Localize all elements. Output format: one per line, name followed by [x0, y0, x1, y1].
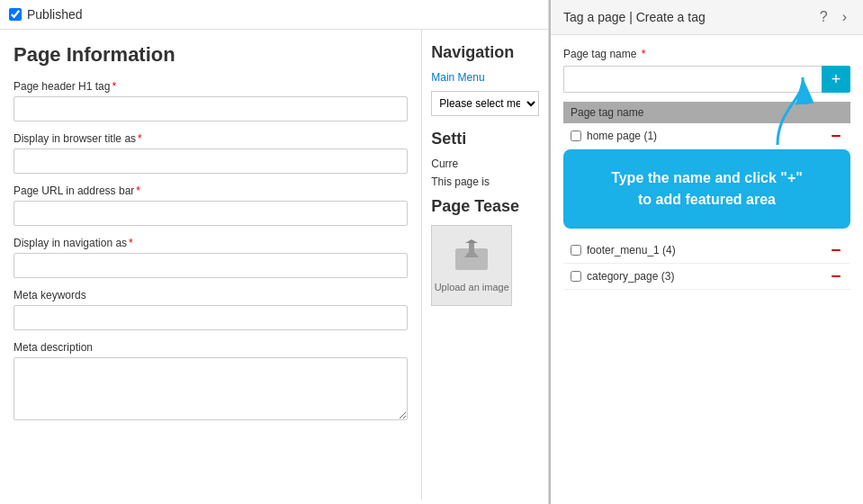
- tag-panel-body: Page tag name * + Page tag name home pag…: [551, 35, 863, 302]
- tag-delete-1[interactable]: [829, 243, 843, 257]
- input-meta-keywords[interactable]: [13, 305, 408, 330]
- page-info-section: Page Information Page header H1 tag* Dis…: [0, 30, 422, 500]
- navigation-title: Navigation: [431, 43, 539, 62]
- field-display-nav: Display in navigation as*: [13, 237, 408, 278]
- tag-close-button[interactable]: ›: [839, 9, 850, 25]
- callout-box: Type the name and click "+"to add featur…: [563, 149, 850, 229]
- callout-text: Type the name and click "+"to add featur…: [611, 170, 803, 207]
- input-meta-desc[interactable]: [13, 357, 408, 420]
- label-h1: Page header H1 tag*: [13, 80, 408, 93]
- tag-panel-title: Tag a page | Create a tag: [563, 10, 706, 24]
- left-panel: Published Page Information Page header H…: [0, 0, 549, 504]
- tag-label-1: footer_menu_1 (4): [587, 244, 823, 256]
- tag-panel-header: Tag a page | Create a tag ? ›: [551, 0, 863, 35]
- label-meta-desc: Meta description: [13, 341, 408, 354]
- settings-title: Setti: [431, 130, 539, 148]
- navigation-select[interactable]: Please select me...: [431, 91, 539, 116]
- published-checkbox[interactable]: [9, 8, 22, 21]
- tag-delete-0[interactable]: [829, 129, 843, 143]
- published-label: Published: [27, 7, 83, 22]
- input-browser-title[interactable]: [13, 148, 408, 174]
- tag-panel-controls: ? ›: [816, 9, 850, 25]
- tag-label-2: category_page (3): [587, 270, 823, 283]
- upload-text: Upload an image: [435, 282, 509, 292]
- field-browser-title: Display in browser title as*: [13, 132, 408, 174]
- field-meta-desc: Meta description: [13, 341, 408, 423]
- page-info-title: Page Information: [13, 43, 408, 67]
- label-page-url: Page URL in address bar*: [13, 184, 408, 197]
- tag-delete-2[interactable]: [829, 269, 843, 284]
- page-teaser-title: Page Tease: [431, 197, 539, 216]
- main-menu-link[interactable]: Main Menu: [431, 71, 539, 84]
- svg-rect-2: [469, 243, 474, 257]
- tag-add-button[interactable]: +: [822, 66, 850, 93]
- upload-icon: [454, 239, 490, 278]
- input-display-nav[interactable]: [13, 253, 408, 278]
- current-row: Curre: [431, 158, 539, 170]
- right-side-panel: Navigation Main Menu Please select me...…: [422, 30, 548, 500]
- published-bar: Published: [0, 0, 548, 30]
- callout-arrow-svg: [706, 73, 814, 154]
- svg-rect-7: [832, 275, 841, 277]
- input-page-url[interactable]: [13, 201, 408, 226]
- svg-rect-4: [832, 135, 841, 137]
- thispage-row: This page is: [431, 176, 539, 188]
- label-browser-title: Display in browser title as*: [13, 132, 408, 145]
- tag-name-label: Page tag name *: [563, 48, 850, 60]
- tag-checkbox-0[interactable]: [571, 130, 581, 141]
- field-meta-keywords: Meta keywords: [13, 289, 408, 330]
- label-meta-keywords: Meta keywords: [13, 289, 408, 302]
- tag-checkbox-2[interactable]: [571, 271, 581, 282]
- field-h1: Page header H1 tag*: [13, 80, 408, 122]
- tag-panel: Tag a page | Create a tag ? › Page tag n…: [549, 0, 863, 504]
- input-h1[interactable]: [13, 96, 408, 122]
- label-display-nav: Display in navigation as*: [13, 237, 408, 249]
- tag-checkbox-1[interactable]: [571, 245, 581, 256]
- field-page-url: Page URL in address bar*: [13, 184, 408, 226]
- tag-help-button[interactable]: ?: [816, 9, 832, 25]
- svg-rect-6: [832, 249, 841, 251]
- upload-image-box[interactable]: Upload an image: [431, 225, 512, 306]
- list-item: footer_menu_1 (4): [563, 238, 850, 264]
- list-item: category_page (3): [563, 264, 850, 290]
- svg-marker-3: [465, 239, 478, 243]
